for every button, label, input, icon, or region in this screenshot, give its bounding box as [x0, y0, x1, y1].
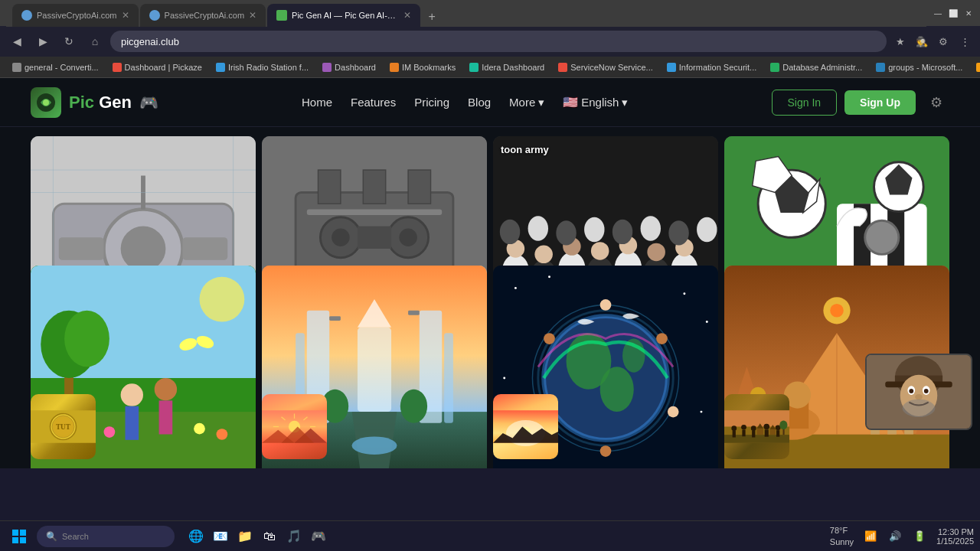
taskbar-right-area: 78°F Sunny 📶 🔊 🔋 12:30 PM 1/15/2025	[830, 525, 974, 547]
refresh-button[interactable]: ↻	[58, 31, 80, 52]
taskbar-music-icon[interactable]: 🎵	[283, 526, 305, 547]
svg-point-38	[591, 242, 609, 260]
nav-home[interactable]: Home	[302, 96, 332, 109]
tab-1[interactable]: PassiveCryptoAi.com ✕	[12, 4, 139, 27]
volume-icon[interactable]: 🔊	[884, 526, 906, 547]
logo-area: Pic Gen 🎮	[31, 87, 158, 118]
nav-blog[interactable]: Blog	[468, 96, 491, 109]
svg-rect-6	[182, 237, 227, 259]
maximize-button[interactable]: ⬜	[948, 8, 959, 18]
tab-2[interactable]: PassiveCryptoAi.com ✕	[140, 4, 266, 27]
bookmark-general[interactable]: general - Converti...	[6, 59, 105, 76]
bookmark-servicenow[interactable]: ServiceNow Service...	[552, 59, 659, 76]
site-header: Pic Gen 🎮 Home Features Pricing Blog Mor…	[0, 78, 980, 127]
signin-button[interactable]: Sign In	[772, 90, 838, 116]
incognito-icon[interactable]: 🕵	[913, 32, 931, 51]
bookmark-dashboard-pickaze[interactable]: Dashboard | Pickaze	[106, 59, 208, 76]
search-placeholder: Search	[62, 532, 89, 541]
svg-text:TUT: TUT	[56, 423, 71, 431]
svg-point-115	[700, 410, 702, 412]
bookmark-dashboard[interactable]: Dashboard	[316, 59, 382, 76]
settings-icon[interactable]: ⚙	[923, 90, 949, 116]
svg-point-192	[915, 394, 923, 400]
address-bar: ◀ ▶ ↻ ⌂ ★ 🕵 ⚙ ⋮	[0, 26, 980, 57]
minimize-button[interactable]: —	[933, 8, 943, 18]
svg-point-62	[641, 216, 661, 240]
svg-point-58	[528, 216, 548, 240]
taskbar: 🔍 Search 🌐 📧 📁 🛍 🎵 🎮 78°F Sunny 📶 🔊 🔋 12…	[0, 520, 980, 551]
svg-rect-19	[408, 170, 430, 204]
svg-point-113	[706, 321, 708, 323]
svg-point-64	[697, 217, 717, 242]
bookmark-label: Information Securit...	[679, 63, 757, 72]
bookmark-dbadmin[interactable]: Database Administr...	[764, 59, 868, 76]
grid-item-sunset2[interactable]	[493, 394, 558, 459]
tab-3-close[interactable]: ✕	[403, 10, 411, 21]
svg-point-126	[600, 445, 612, 457]
webcam-face	[867, 355, 971, 429]
bookmark-crypto[interactable]: Crypto Related	[970, 59, 980, 76]
svg-point-190	[909, 389, 913, 393]
bookmark-infosec[interactable]: Information Securit...	[661, 59, 763, 76]
menu-icon[interactable]: ⋮	[956, 32, 974, 51]
extensions-icon[interactable]: ⚙	[934, 32, 952, 51]
svg-point-92	[194, 422, 205, 434]
svg-point-124	[656, 333, 668, 344]
nav-more-dropdown[interactable]: More ▾	[509, 96, 544, 109]
svg-point-173	[763, 424, 769, 430]
taskbar-explorer-icon[interactable]: 📁	[234, 526, 256, 547]
nav-language-dropdown[interactable]: 🇺🇸 English ▾	[563, 95, 628, 109]
taskbar-mail-icon[interactable]: 📧	[210, 526, 231, 547]
svg-point-93	[217, 429, 228, 440]
window-controls: — ⬜ ✕	[933, 8, 974, 18]
svg-rect-27	[358, 227, 391, 249]
taskbar-store-icon[interactable]: 🛍	[259, 526, 280, 547]
tab-3[interactable]: Pic Gen AI — Pic Gen AI-Powe... ✕	[267, 4, 420, 27]
signup-button[interactable]: Sign Up	[844, 90, 916, 115]
bookmark-groups[interactable]: groups - Microsoft...	[870, 59, 969, 76]
svg-point-60	[584, 217, 604, 242]
svg-point-63	[668, 220, 688, 245]
grid-item-coin[interactable]: TUT	[31, 394, 96, 459]
svg-point-119	[600, 367, 634, 412]
tab-2-close[interactable]: ✕	[249, 10, 256, 21]
chevron-down-icon: ▾	[538, 96, 544, 109]
bookmark-star-icon[interactable]: ★	[891, 32, 910, 51]
bookmark-im[interactable]: IM Bookmarks	[384, 59, 462, 76]
grid-item-village[interactable]	[724, 394, 789, 459]
svg-point-169	[741, 425, 746, 430]
svg-rect-18	[363, 170, 385, 204]
grid-item-sunset1[interactable]	[262, 394, 327, 459]
bookmark-idera[interactable]: Idera Dashboard	[463, 59, 550, 76]
system-clock: 12:30 PM 1/15/2025	[936, 527, 974, 546]
image-grid: toon army View Image ⬇	[0, 127, 980, 468]
home-button[interactable]: ⌂	[84, 31, 106, 52]
taskbar-browser-icon[interactable]: 🌐	[185, 526, 207, 547]
forward-button[interactable]: ▶	[32, 31, 54, 52]
network-icon[interactable]: 📶	[860, 526, 881, 547]
tab-2-favicon	[149, 10, 160, 21]
browser-chrome: PassiveCryptoAi.com ✕ PassiveCryptoAi.co…	[0, 0, 980, 26]
taskbar-game-icon[interactable]: 🎮	[308, 526, 329, 547]
start-button[interactable]	[6, 523, 32, 549]
bookmark-irish-radio[interactable]: Irish Radio Station f...	[210, 59, 315, 76]
nav-features[interactable]: Features	[351, 96, 396, 109]
svg-point-114	[503, 377, 505, 379]
bookmark-icon	[770, 63, 779, 72]
bookmark-label: Dashboard | Pickaze	[125, 63, 202, 72]
back-button[interactable]: ◀	[6, 31, 28, 52]
tab-1-close[interactable]: ✕	[122, 10, 129, 21]
tab-3-favicon	[276, 10, 287, 21]
url-input[interactable]	[110, 31, 887, 52]
tabs-container: PassiveCryptoAi.com ✕ PassiveCryptoAi.co…	[6, 0, 926, 27]
tab-2-title: PassiveCryptoAi.com	[165, 11, 245, 20]
nav-pricing[interactable]: Pricing	[414, 96, 449, 109]
close-button[interactable]: ✕	[963, 8, 974, 18]
bookmarks-bar: general - Converti... Dashboard | Pickaz…	[0, 57, 980, 78]
coin-image: TUT	[31, 394, 96, 459]
new-tab-button[interactable]: +	[422, 7, 442, 27]
weather-condition: Sunny	[830, 536, 854, 547]
taskbar-search-bar[interactable]: 🔍 Search	[37, 526, 175, 547]
svg-rect-101	[444, 333, 453, 423]
battery-icon[interactable]: 🔋	[909, 526, 930, 547]
